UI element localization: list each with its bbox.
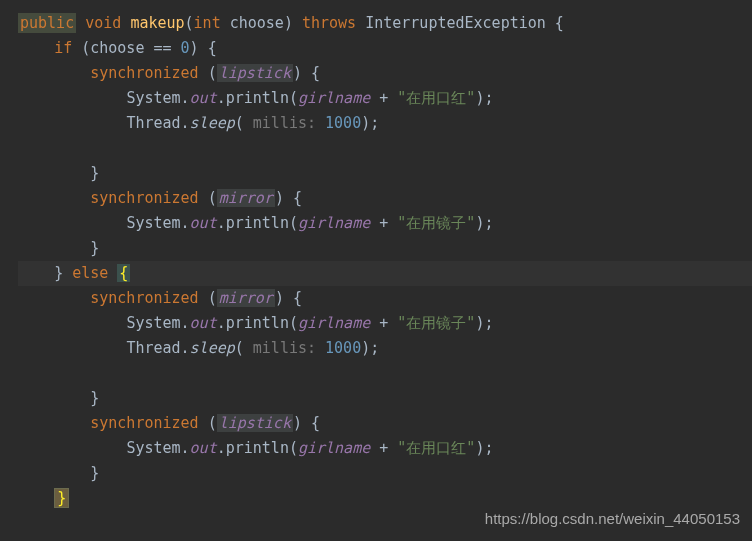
string-literal: "在用镜子": [397, 314, 475, 332]
code-line: System.out.println(girlname + "在用口红");: [18, 86, 752, 111]
field-mirror: mirror: [217, 189, 275, 207]
keyword-synchronized: synchronized: [90, 189, 198, 207]
keyword-public: public: [18, 13, 76, 33]
code-line-current: } else {: [18, 261, 752, 286]
field-out: out: [190, 314, 217, 332]
code-line: System.out.println(girlname + "在用镜子");: [18, 311, 752, 336]
keyword-int: int: [194, 14, 221, 32]
field-out: out: [190, 214, 217, 232]
string-literal: "在用口红": [397, 439, 475, 457]
watermark-url: https://blog.csdn.net/weixin_44050153: [485, 506, 740, 531]
field-out: out: [190, 89, 217, 107]
number-literal: 1000: [325, 339, 361, 357]
code-line: }: [18, 161, 752, 186]
parameter-hint: millis:: [244, 339, 325, 357]
code-line: [18, 136, 752, 161]
brace-matched: {: [117, 264, 130, 282]
code-line: synchronized (lipstick) {: [18, 61, 752, 86]
code-editor[interactable]: public void makeup(int choose) throws In…: [0, 0, 752, 511]
method-println: println: [226, 89, 289, 107]
keyword-throws: throws: [302, 14, 356, 32]
param-name: choose: [230, 14, 284, 32]
field-out: out: [190, 439, 217, 457]
code-line: }: [18, 386, 752, 411]
method-sleep: sleep: [190, 114, 235, 132]
keyword-synchronized: synchronized: [90, 64, 198, 82]
keyword-synchronized: synchronized: [90, 414, 198, 432]
field-girlname: girlname: [298, 314, 370, 332]
number-literal: 1000: [325, 114, 361, 132]
parameter-hint: millis:: [244, 114, 325, 132]
field-mirror: mirror: [217, 289, 275, 307]
field-lipstick: lipstick: [217, 414, 293, 432]
code-line: if (choose == 0) {: [18, 36, 752, 61]
field-lipstick: lipstick: [217, 64, 293, 82]
keyword-if: if: [54, 39, 72, 57]
code-line: synchronized (lipstick) {: [18, 411, 752, 436]
code-line: }: [18, 461, 752, 486]
string-literal: "在用口红": [397, 89, 475, 107]
field-girlname: girlname: [298, 214, 370, 232]
code-line: public void makeup(int choose) throws In…: [18, 11, 752, 36]
exception-type: InterruptedException: [365, 14, 546, 32]
code-line: synchronized (mirror) {: [18, 186, 752, 211]
code-line: Thread.sleep( millis: 1000);: [18, 336, 752, 361]
brace-matched: }: [54, 488, 69, 508]
number-literal: 0: [181, 39, 190, 57]
method-println: println: [226, 314, 289, 332]
keyword-void: void: [85, 14, 121, 32]
string-literal: "在用镜子": [397, 214, 475, 232]
method-sleep: sleep: [190, 339, 235, 357]
method-println: println: [226, 214, 289, 232]
code-line: System.out.println(girlname + "在用镜子");: [18, 211, 752, 236]
code-line: synchronized (mirror) {: [18, 286, 752, 311]
keyword-else: else: [72, 264, 108, 282]
code-line: System.out.println(girlname + "在用口红");: [18, 436, 752, 461]
field-girlname: girlname: [298, 89, 370, 107]
code-line: [18, 361, 752, 386]
method-println: println: [226, 439, 289, 457]
code-line: Thread.sleep( millis: 1000);: [18, 111, 752, 136]
keyword-synchronized: synchronized: [90, 289, 198, 307]
method-name: makeup: [130, 14, 184, 32]
code-line: }: [18, 236, 752, 261]
field-girlname: girlname: [298, 439, 370, 457]
